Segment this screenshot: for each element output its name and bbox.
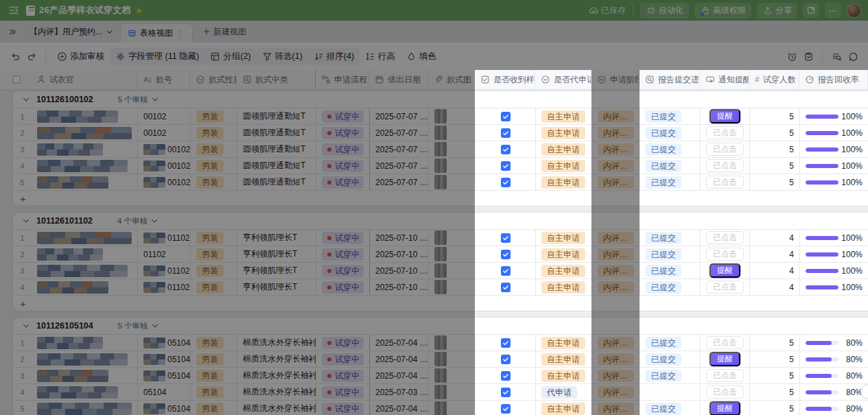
- notify-button[interactable]: 已点击: [706, 336, 744, 349]
- apply-type-cell[interactable]: 自主申请: [536, 141, 592, 157]
- received-cell[interactable]: [476, 230, 536, 246]
- table-row[interactable]: 400102男装圆领肌理通勤短T试穿中2025-07-07 …自主申请内评阶段已…: [13, 157, 868, 174]
- column-header-select-9[interactable]: 申请阶段: [591, 70, 640, 89]
- column-header-lookup-3[interactable]: 款式中类: [237, 70, 316, 89]
- report-status-cell[interactable]: 已提交: [640, 230, 701, 246]
- received-cell[interactable]: [476, 384, 536, 400]
- flow-cell[interactable]: 试穿中: [316, 246, 370, 262]
- received-cell[interactable]: [476, 335, 536, 351]
- style-code-cell[interactable]: 05104: [138, 335, 191, 351]
- comment-icon[interactable]: [845, 48, 861, 64]
- style-code-cell[interactable]: 01102: [138, 279, 191, 295]
- stage-cell[interactable]: 内评阶段: [592, 384, 640, 400]
- table-row[interactable]: 401102男装亨利领肌理长T试穿中2025-07-10 …自主申请内评阶段已提…: [13, 278, 868, 295]
- gender-cell[interactable]: 男装: [191, 335, 237, 351]
- apply-type-cell[interactable]: 自主申请: [536, 279, 592, 295]
- stage-cell[interactable]: 内评阶段: [592, 351, 640, 367]
- category-cell[interactable]: 棉质洗水外穿长袖衬衫: [237, 401, 316, 415]
- style-code-cell[interactable]: 01102: [138, 263, 191, 278]
- fitter-cell[interactable]: [32, 125, 138, 141]
- notify-cell[interactable]: 已点击: [701, 335, 750, 351]
- fitter-count-cell[interactable]: 4: [750, 246, 800, 262]
- table-row[interactable]: 105104男装棉质洗水外穿长袖衬衫试穿中2025-07-04 …自主申请内评阶…: [13, 334, 868, 351]
- received-cell[interactable]: [476, 158, 536, 174]
- report-status-cell[interactable]: 已提交: [640, 174, 701, 190]
- table-row[interactable]: 101102男装亨利领肌理长T试穿中2025-07-10 …自主申请内评阶段已提…: [13, 229, 868, 246]
- select-all-checkbox[interactable]: [12, 75, 21, 84]
- stage-cell[interactable]: 内评阶段: [592, 368, 640, 383]
- report-status-cell[interactable]: 已提交: [640, 263, 701, 278]
- gender-cell[interactable]: 男装: [191, 401, 237, 415]
- received-checkbox[interactable]: [501, 161, 511, 171]
- recovery-rate-cell[interactable]: 80%: [800, 335, 868, 351]
- received-cell[interactable]: [476, 279, 536, 295]
- notify-cell[interactable]: 已点击: [701, 141, 750, 157]
- group-collapse-icon[interactable]: [21, 216, 31, 226]
- notify-cell[interactable]: 已点击: [701, 125, 750, 141]
- notify-cell[interactable]: 已点击: [701, 384, 750, 400]
- gender-cell[interactable]: 男装: [191, 108, 237, 124]
- fitter-count-cell[interactable]: 5: [750, 141, 800, 157]
- style-code-cell[interactable]: 01102: [138, 230, 191, 246]
- column-header-text-1[interactable]: 款号: [137, 70, 190, 89]
- loan-date-cell[interactable]: 2025-07-10 …: [370, 230, 429, 246]
- received-cell[interactable]: [476, 125, 536, 141]
- recovery-rate-cell[interactable]: 100%: [800, 108, 868, 124]
- group-review-count[interactable]: 5 个审核: [118, 321, 160, 331]
- loan-date-cell[interactable]: 2025-07-04 …: [370, 401, 429, 415]
- flow-cell[interactable]: 试穿中: [316, 279, 370, 295]
- recovery-rate-cell[interactable]: 100%: [800, 141, 868, 157]
- select-all-cell[interactable]: [0, 70, 31, 89]
- fitter-cell[interactable]: [32, 230, 138, 246]
- stage-cell[interactable]: 内评阶段: [592, 335, 640, 351]
- notify-button[interactable]: 已点击: [706, 281, 744, 294]
- gender-cell[interactable]: 男装: [191, 174, 237, 190]
- received-checkbox[interactable]: [501, 250, 511, 259]
- category-cell[interactable]: 棉质洗水外穿长袖衬衫: [237, 351, 316, 367]
- loan-date-cell[interactable]: 2025-07-07 …: [370, 108, 429, 124]
- received-cell[interactable]: [476, 246, 536, 262]
- category-cell[interactable]: 亨利领肌理长T: [237, 279, 316, 295]
- gender-cell[interactable]: 男装: [191, 230, 237, 246]
- group-review-count[interactable]: 5 个审核: [118, 95, 160, 105]
- style-image-cell[interactable]: [429, 401, 476, 415]
- category-cell[interactable]: 圆领肌理通勤短T: [237, 108, 316, 124]
- fitter-cell[interactable]: [32, 351, 138, 367]
- received-cell[interactable]: [476, 368, 536, 383]
- received-cell[interactable]: [476, 263, 536, 278]
- column-header-gauge-13[interactable]: 报告回收率: [799, 70, 868, 89]
- apply-type-cell[interactable]: 自主申请: [536, 158, 592, 174]
- fill-color-button[interactable]: 填色: [401, 48, 442, 65]
- fitter-count-cell[interactable]: 5: [750, 174, 800, 190]
- notify-button[interactable]: 已点击: [706, 248, 744, 261]
- stage-cell[interactable]: 内评阶段: [592, 246, 640, 262]
- received-cell[interactable]: [476, 108, 536, 124]
- column-header-flow-4[interactable]: 申请流程: [316, 70, 369, 89]
- sort-button[interactable]: 排序(4): [308, 48, 360, 65]
- table-row[interactable]: 500102男装圆领肌理通勤短T试穿中2025-07-07 …自主申请内评阶段已…: [13, 174, 868, 190]
- report-status-cell[interactable]: 已提交: [640, 351, 701, 367]
- flow-cell[interactable]: 试穿中: [316, 158, 370, 174]
- style-code-cell[interactable]: 00102: [138, 174, 191, 190]
- flow-cell[interactable]: 试穿中: [316, 108, 370, 124]
- stage-cell[interactable]: 内评阶段: [592, 263, 640, 278]
- notify-button[interactable]: 已点击: [706, 143, 744, 156]
- fitter-count-cell[interactable]: 5: [750, 351, 800, 367]
- recovery-rate-cell[interactable]: 100%: [800, 174, 868, 190]
- category-cell[interactable]: 棉质洗水外穿长袖衬衫: [237, 368, 316, 383]
- flow-cell[interactable]: 试穿中: [316, 368, 370, 383]
- loan-date-cell[interactable]: 2025-07-04 …: [370, 335, 429, 351]
- recovery-rate-cell[interactable]: 100%: [800, 158, 868, 174]
- flow-cell[interactable]: 试穿中: [316, 230, 370, 246]
- report-status-cell[interactable]: [640, 384, 701, 400]
- apply-type-cell[interactable]: 自主申请: [536, 108, 592, 124]
- style-image-cell[interactable]: [429, 174, 476, 190]
- notify-cell[interactable]: 已点击: [701, 246, 750, 262]
- share-button[interactable]: 分享: [757, 3, 797, 19]
- notify-button[interactable]: 提醒: [709, 352, 740, 366]
- apply-type-cell[interactable]: 自主申请: [536, 230, 592, 246]
- received-cell[interactable]: [476, 174, 536, 190]
- received-checkbox[interactable]: [501, 266, 511, 276]
- notify-cell[interactable]: 已点击: [701, 158, 750, 174]
- apply-type-cell[interactable]: 自主申请: [536, 125, 592, 141]
